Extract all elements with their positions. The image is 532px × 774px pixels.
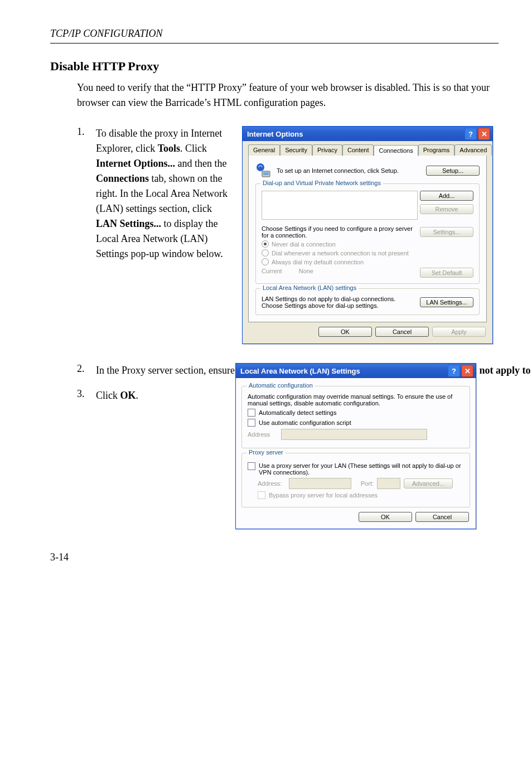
- setup-button[interactable]: Setup...: [426, 166, 480, 176]
- lan-fieldset-legend: Local Area Network (LAN) settings: [260, 284, 359, 291]
- step-2-number: 2.: [77, 363, 96, 378]
- connection-wizard-icon: [255, 162, 272, 179]
- auto-config-legend: Automatic configuration: [246, 382, 315, 389]
- lan-settings-button[interactable]: LAN Settings...: [420, 297, 473, 307]
- proxy-port-input: [377, 478, 400, 489]
- ok-button[interactable]: OK: [318, 327, 372, 337]
- auto-detect-checkbox-row[interactable]: Automatically detect settings: [248, 409, 464, 417]
- intro-paragraph: You need to verify that the “HTTP Proxy”…: [77, 80, 499, 110]
- auto-script-checkbox-row[interactable]: Use automatic configuration script: [248, 419, 464, 427]
- page-number: 3-14: [50, 552, 499, 563]
- remove-button: Remove: [420, 204, 473, 214]
- checkbox-icon[interactable]: [248, 419, 255, 427]
- help-icon[interactable]: ?: [448, 365, 460, 377]
- dialup-fieldset-legend: Dial-up and Virtual Private Network sett…: [260, 180, 383, 186]
- tab-strip: General Security Privacy Content Connect…: [248, 144, 487, 156]
- script-address-label: Address: [248, 431, 278, 438]
- radio-dot-icon: [262, 249, 269, 257]
- tab-privacy[interactable]: Privacy: [312, 144, 342, 156]
- script-address-input: [281, 429, 427, 440]
- section-title: Disable HTTP Proxy: [50, 59, 499, 74]
- lan-settings-titlebar[interactable]: Local Area Network (LAN) Settings ? ✕: [236, 364, 476, 378]
- step-1-number: 1.: [77, 126, 96, 344]
- dialup-connection-list[interactable]: [262, 191, 418, 220]
- lan-cancel-button[interactable]: Cancel: [415, 512, 469, 522]
- svg-point-0: [257, 163, 264, 171]
- set-default-button: Set Default: [420, 268, 473, 278]
- tab-content[interactable]: Content: [342, 144, 374, 156]
- checkbox-icon[interactable]: [248, 409, 255, 417]
- tab-security[interactable]: Security: [280, 144, 312, 156]
- settings-button: Settings...: [420, 227, 473, 237]
- lan-ok-button[interactable]: OK: [359, 512, 412, 522]
- bypass-checkbox-row: Bypass proxy server for local addresses: [258, 491, 464, 499]
- use-proxy-checkbox-row[interactable]: Use a proxy server for your LAN (These s…: [248, 462, 464, 476]
- close-icon[interactable]: ✕: [461, 365, 473, 377]
- step-3-text: Click OK.: [96, 388, 145, 403]
- svg-rect-2: [263, 172, 269, 175]
- internet-options-titlebar[interactable]: Internet Options ? ✕: [243, 127, 492, 141]
- steps-2-3-row: 2. In the Proxy server section, ensure t…: [77, 363, 499, 529]
- help-icon[interactable]: ?: [465, 128, 477, 140]
- radio-dot-icon: [262, 258, 269, 265]
- proxy-port-label: Port:: [355, 480, 374, 487]
- tab-advanced[interactable]: Advanced: [454, 144, 492, 156]
- proxy-address-input: [289, 478, 351, 489]
- checkbox-icon[interactable]: [248, 462, 255, 470]
- choose-settings-text: Choose Settings if you need to configure…: [262, 225, 415, 239]
- lan-settings-description: LAN Settings do not apply to dial-up con…: [262, 296, 415, 309]
- tab-general[interactable]: General: [248, 144, 280, 156]
- tab-connections[interactable]: Connections: [374, 145, 418, 156]
- add-button[interactable]: Add...: [420, 191, 473, 201]
- cancel-button[interactable]: Cancel: [375, 327, 429, 337]
- radio-never-dial: Never dial a connection: [262, 240, 473, 248]
- internet-options-title: Internet Options: [247, 130, 463, 138]
- close-icon[interactable]: ✕: [478, 128, 490, 140]
- radio-dial-whenever: Dial whenever a network connection is no…: [262, 249, 473, 257]
- proxy-server-legend: Proxy server: [246, 449, 286, 456]
- step-3-number: 3.: [77, 388, 96, 403]
- page-header: TCP/IP CONFIGURATION: [50, 28, 499, 43]
- step-1: 1. To disable the proxy in Internet Expl…: [77, 126, 499, 344]
- radio-always-dial: Always dial my default connection: [262, 258, 473, 265]
- setup-description: To set up an Internet connection, click …: [277, 167, 422, 174]
- header-text: TCP/IP CONFIGURATION: [50, 28, 163, 39]
- lan-settings-title: Local Area Network (LAN) Settings: [240, 367, 447, 375]
- step-1-text: To disable the proxy in Internet Explore…: [96, 126, 242, 344]
- current-value: None: [299, 268, 403, 278]
- tab-programs[interactable]: Programs: [418, 144, 455, 156]
- proxy-address-label: Address:: [258, 480, 286, 487]
- auto-config-description: Automatic configuration may override man…: [248, 393, 464, 407]
- apply-button: Apply: [432, 327, 486, 337]
- radio-dot-icon: [262, 240, 269, 248]
- checkbox-icon: [258, 491, 265, 499]
- current-label: Current: [262, 268, 282, 278]
- internet-options-dialog: Internet Options ? ✕ General Security Pr…: [242, 126, 493, 344]
- lan-settings-dialog: Local Area Network (LAN) Settings ? ✕ Au…: [235, 363, 476, 529]
- advanced-button: Advanced...: [404, 478, 453, 488]
